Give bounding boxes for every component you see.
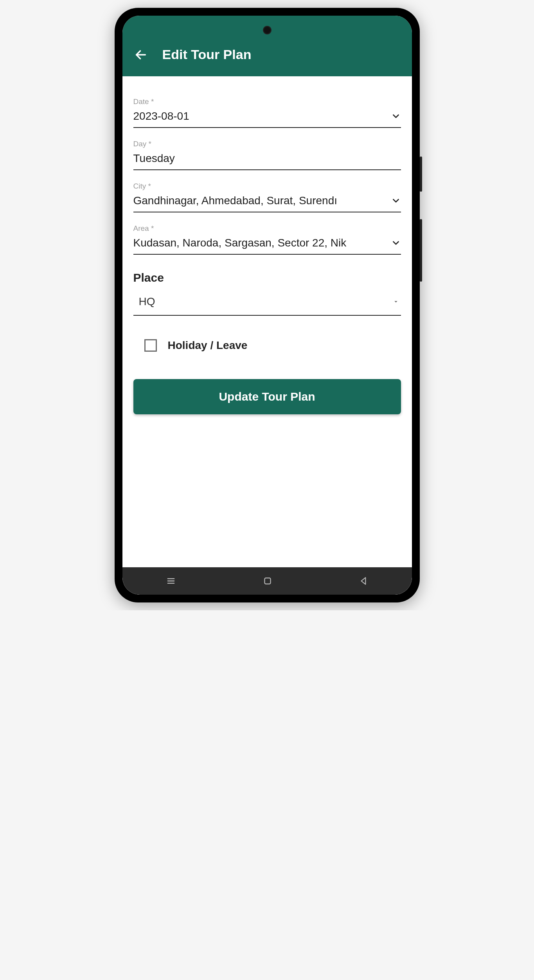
svg-rect-4 xyxy=(264,578,270,584)
area-field[interactable]: Area * Kudasan, Naroda, Sargasan, Sector… xyxy=(133,224,401,255)
chevron-down-icon xyxy=(391,196,401,206)
place-section-title: Place xyxy=(133,271,401,284)
date-value: 2023-08-01 xyxy=(133,110,388,122)
city-value: Gandhinagar, Ahmedabad, Surat, Surendı xyxy=(133,194,388,207)
phone-frame: Edit Tour Plan Date * 2023-08-01 Day * T… xyxy=(115,8,420,602)
page-title: Edit Tour Plan xyxy=(162,47,252,62)
screen: Edit Tour Plan Date * 2023-08-01 Day * T… xyxy=(122,16,412,595)
system-nav-bar xyxy=(122,567,412,595)
app-header: Edit Tour Plan xyxy=(122,16,412,76)
chevron-down-icon xyxy=(391,111,401,121)
update-tour-plan-button[interactable]: Update Tour Plan xyxy=(133,379,401,414)
holiday-label: Holiday / Leave xyxy=(168,339,248,352)
camera-notch xyxy=(263,26,271,34)
day-label: Day * xyxy=(133,140,401,148)
place-dropdown[interactable]: HQ xyxy=(133,291,401,316)
caret-down-icon xyxy=(392,298,399,305)
side-button xyxy=(420,156,422,192)
place-value: HQ xyxy=(139,295,155,308)
back-nav-icon[interactable] xyxy=(359,576,369,586)
checkbox-unchecked-icon[interactable] xyxy=(144,339,157,352)
chevron-down-icon xyxy=(391,238,401,248)
city-label: City * xyxy=(133,182,401,191)
city-field[interactable]: City * Gandhinagar, Ahmedabad, Surat, Su… xyxy=(133,182,401,212)
side-button xyxy=(420,219,422,282)
holiday-checkbox-row[interactable]: Holiday / Leave xyxy=(133,339,401,352)
recents-icon[interactable] xyxy=(165,575,176,586)
back-arrow-icon[interactable] xyxy=(134,48,147,61)
area-label: Area * xyxy=(133,224,401,233)
home-icon[interactable] xyxy=(263,576,273,586)
area-value: Kudasan, Naroda, Sargasan, Sector 22, Ni… xyxy=(133,237,388,249)
day-value: Tuesday xyxy=(133,152,401,165)
date-field[interactable]: Date * 2023-08-01 xyxy=(133,97,401,128)
date-label: Date * xyxy=(133,97,401,106)
form-content: Date * 2023-08-01 Day * Tuesday City * G… xyxy=(122,76,412,567)
day-field[interactable]: Day * Tuesday xyxy=(133,140,401,170)
